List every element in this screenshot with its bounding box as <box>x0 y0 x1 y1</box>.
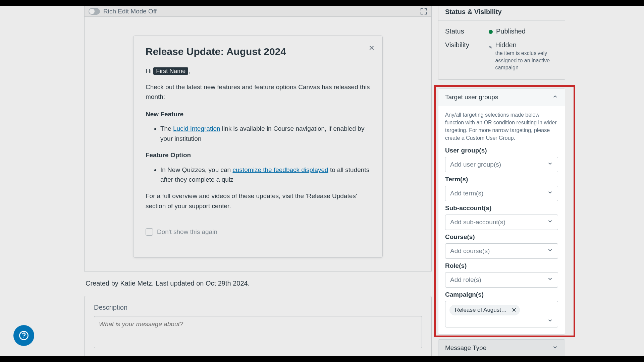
courses-placeholder: Add course(s) <box>450 247 490 255</box>
status-visibility-panel: Status & Visibility Status Published Vis… <box>438 6 565 80</box>
message-preview-area: × Release Update: August 2024 Hi First N… <box>84 17 432 272</box>
user-groups-select[interactable]: Add user group(s) <box>445 157 558 172</box>
greeting-suffix: , <box>188 67 190 74</box>
section-feature-option: Feature Option <box>146 150 370 160</box>
courses-select[interactable]: Add course(s) <box>445 243 558 259</box>
roles-label: Role(s) <box>445 262 558 269</box>
description-card: Description <box>84 296 432 356</box>
chevron-down-icon <box>547 317 553 325</box>
modal-title: Release Update: August 2024 <box>146 46 370 57</box>
expand-icon[interactable] <box>420 8 427 15</box>
modal-footer-text: For a full overview and videos of these … <box>146 191 370 211</box>
visibility-label: Visibility <box>445 41 489 71</box>
message-type-title: Message Type <box>445 344 486 352</box>
dont-show-again-row: Don't show this again <box>146 228 370 236</box>
visibility-row: Visibility Hidden the item is exclusivel… <box>445 41 558 71</box>
campaign-chip: Release of August 17th 2… ✕ <box>449 305 520 315</box>
sub-accounts-label: Sub-account(s) <box>445 204 558 212</box>
message-type-header[interactable]: Message Type <box>438 340 565 356</box>
description-label: Description <box>94 304 422 311</box>
status-value: Published <box>496 27 526 35</box>
user-groups-label: User group(s) <box>445 147 558 154</box>
target-user-groups-title: Target user groups <box>445 94 498 101</box>
roles-select[interactable]: Add role(s) <box>445 272 558 288</box>
chevron-down-icon <box>552 344 558 352</box>
status-dot-icon <box>489 30 493 34</box>
chevron-down-icon <box>547 247 553 255</box>
status-visibility-title: Status & Visibility <box>445 8 502 16</box>
chevron-down-icon <box>547 189 553 197</box>
campaign-chip-label: Release of August 17th 2… <box>455 307 508 313</box>
editor-toolbar: Rich Edit Mode Off <box>84 6 432 17</box>
meta-line: Created by Katie Metz. Last updated on O… <box>86 280 432 287</box>
courses-label: Course(s) <box>445 233 558 241</box>
user-groups-placeholder: Add user group(s) <box>450 161 501 168</box>
chevron-down-icon <box>547 276 553 284</box>
message-type-panel: Message Type <box>438 339 565 356</box>
terms-select[interactable]: Add term(s) <box>445 186 558 201</box>
help-fab-button[interactable] <box>13 325 34 346</box>
lucid-integration-link[interactable]: Lucid Integration <box>173 125 220 132</box>
chevron-up-icon <box>552 94 558 101</box>
rich-edit-label: Rich Edit Mode Off <box>103 8 157 15</box>
merge-token-first-name[interactable]: First Name <box>153 67 188 75</box>
modal-intro: Check out the latest new features and fe… <box>146 82 370 102</box>
sub-accounts-select[interactable]: Add sub-account(s) <box>445 215 558 230</box>
status-visibility-header[interactable]: Status & Visibility <box>438 6 565 21</box>
dont-show-again-checkbox[interactable] <box>146 228 153 236</box>
customize-feedback-link[interactable]: customize the feedback displayed <box>232 166 328 173</box>
campaigns-label: Campaign(s) <box>445 291 558 298</box>
modal-greeting: Hi First Name, <box>146 66 370 76</box>
campaigns-select[interactable]: Release of August 17th 2… ✕ <box>445 301 558 327</box>
hidden-icon <box>489 43 492 49</box>
sub-accounts-placeholder: Add sub-account(s) <box>450 219 505 226</box>
chevron-down-icon <box>547 218 553 226</box>
target-user-groups-header[interactable]: Target user groups <box>438 89 565 106</box>
new-feature-item: The Lucid Integration link is available … <box>160 124 370 143</box>
close-icon[interactable]: × <box>369 43 374 53</box>
rich-edit-toggle[interactable] <box>89 8 100 15</box>
chevron-down-icon <box>547 161 553 168</box>
terms-label: Term(s) <box>445 176 558 183</box>
dont-show-again-label: Don't show this again <box>157 228 217 236</box>
roles-placeholder: Add role(s) <box>450 276 481 284</box>
section-new-feature: New Feature <box>146 109 370 119</box>
target-user-groups-panel: Target user groups Any/all targeting sel… <box>438 88 565 335</box>
targeting-help-text: Any/all targeting selections made below … <box>438 106 565 143</box>
visibility-note: the item is exclusively assigned to an i… <box>495 50 558 71</box>
terms-placeholder: Add term(s) <box>450 190 483 197</box>
remove-chip-icon[interactable]: ✕ <box>512 307 517 313</box>
feature-option-item: In New Quizzes, you can customize the fe… <box>160 165 370 185</box>
status-row: Status Published <box>445 27 558 35</box>
description-textarea[interactable] <box>94 316 422 348</box>
greeting-prefix: Hi <box>146 67 153 74</box>
message-preview-modal: × Release Update: August 2024 Hi First N… <box>133 36 383 258</box>
svg-point-3 <box>23 337 24 338</box>
status-label: Status <box>445 27 489 35</box>
visibility-value: Hidden <box>495 41 558 49</box>
